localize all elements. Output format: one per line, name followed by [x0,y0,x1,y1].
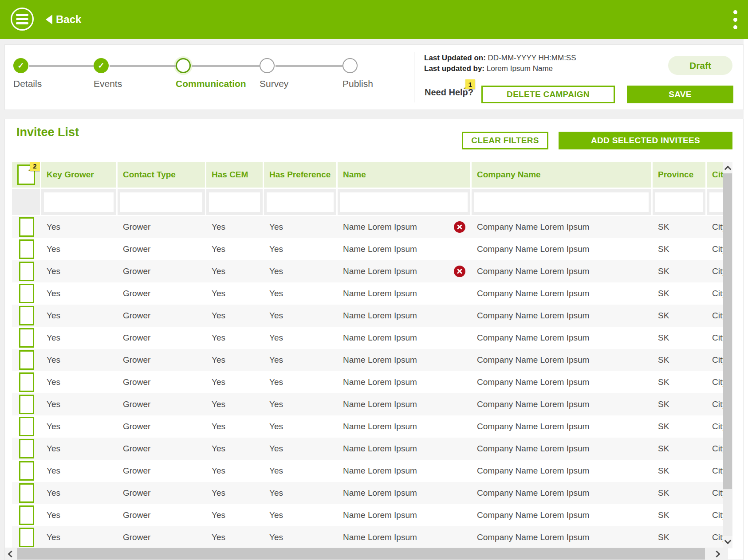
cell-contact-type: Grower [118,327,206,349]
cell-name: Name Lorem Ipsum [338,482,472,504]
cell-company-name: Company Name Lorem Ipsum [472,371,653,393]
row-checkbox[interactable] [19,217,34,237]
row-checkbox[interactable] [19,328,34,348]
stepper-connector [29,65,94,67]
hamburger-menu-button[interactable] [11,8,34,31]
cell-province: SK [653,349,707,371]
row-checkbox[interactable] [19,306,34,325]
column-header-has-cem[interactable]: Has CEM [206,162,264,188]
row-checkbox[interactable] [19,239,34,259]
column-header-province[interactable]: Province [653,162,707,188]
delete-campaign-button[interactable]: DELETE CAMPAIGN [481,86,615,103]
row-checkbox-cell [12,305,41,327]
cell-has-cem: Yes [206,526,264,548]
row-checkbox-cell [12,371,41,393]
status-badge: Draft [668,56,732,75]
column-header-key-grower[interactable]: Key Grower [41,162,118,188]
column-header-company-name[interactable]: Company Name [472,162,653,188]
row-checkbox[interactable] [19,372,34,392]
cell-has-cem: Yes [206,305,264,327]
row-checkbox[interactable] [19,284,34,303]
clear-filters-button[interactable]: CLEAR FILTERS [462,132,548,149]
stepper-connector [276,65,343,67]
row-checkbox[interactable] [19,505,34,525]
row-checkbox-cell [12,260,41,282]
table-row: Yes Grower Yes Yes Name Lorem Ipsum Comp… [12,393,732,415]
remove-invitee-icon[interactable] [454,221,465,233]
invitee-name: Name Lorem Ipsum [343,305,417,327]
cell-key-grower: Yes [41,216,118,238]
invitee-name: Name Lorem Ipsum [343,393,417,415]
stepper-step[interactable]: Details [13,58,28,73]
remove-invitee-icon[interactable] [454,266,465,277]
kebab-menu-button[interactable] [728,0,742,39]
filter-input-key-grower[interactable] [44,192,114,212]
filter-input-name[interactable] [340,192,468,212]
cell-province: SK [653,327,707,349]
cell-province: SK [653,482,707,504]
vertical-scrollbar-thumb[interactable] [723,173,732,489]
scroll-right-button[interactable] [710,548,723,560]
cell-contact-type: Grower [118,371,206,393]
cell-contact-type: Grower [118,482,206,504]
stepper-step[interactable]: Communication [176,58,191,73]
cell-company-name: Company Name Lorem Ipsum [472,393,653,415]
save-button[interactable]: SAVE [627,86,733,103]
row-checkbox[interactable] [19,483,34,503]
filter-input-has-preference[interactable] [267,192,334,212]
vertical-scrollbar[interactable] [723,162,732,548]
row-checkbox-cell [12,349,41,371]
cell-has-preference: Yes [264,371,338,393]
step-label: Survey [260,78,288,89]
invitee-name: Name Lorem Ipsum [343,327,417,349]
scroll-left-button[interactable] [5,548,17,560]
app-header-bar: Back [0,0,748,39]
cell-has-preference: Yes [264,216,338,238]
invitee-name: Name Lorem Ipsum [343,526,417,548]
select-all-checkbox[interactable]: 2 [17,164,35,185]
horizontal-scrollbar-thumb[interactable] [17,548,705,560]
back-label: Back [56,13,81,26]
stepper-connector [110,65,176,67]
back-button[interactable]: Back [46,0,81,39]
table-row: Yes Grower Yes Yes Name Lorem Ipsum Comp… [12,438,732,460]
table-row: Yes Grower Yes Yes Name Lorem Ipsum Comp… [12,526,732,548]
cell-company-name: Company Name Lorem Ipsum [472,238,653,260]
row-checkbox[interactable] [19,439,34,458]
add-selected-invitees-button[interactable]: ADD SELECTED INVITEES [559,132,732,149]
cell-has-preference: Yes [264,393,338,415]
stepper-step[interactable]: Events [94,58,109,73]
cell-name: Name Lorem Ipsum [338,415,472,438]
scroll-up-button[interactable] [723,162,732,173]
row-checkbox-cell [12,438,41,460]
table-row: Yes Grower Yes Yes Name Lorem Ipsum Comp… [12,504,732,526]
cell-province: SK [653,371,707,393]
cell-has-cem: Yes [206,327,264,349]
horizontal-scrollbar[interactable] [5,548,728,560]
filter-input-has-cem[interactable] [209,192,260,212]
row-checkbox[interactable] [19,461,34,481]
column-header-name[interactable]: Name [338,162,472,188]
campaign-communication-page: Back Details Events [0,0,748,560]
filter-input-contact-type[interactable] [120,192,202,212]
row-checkbox[interactable] [19,262,34,281]
cell-company-name: Company Name Lorem Ipsum [472,305,653,327]
row-checkbox[interactable] [19,528,34,547]
filter-input-company-name[interactable] [474,192,649,212]
kebab-dots-icon [733,10,737,14]
filter-input-province[interactable] [655,192,703,212]
column-header-has-preference[interactable]: Has Preference [264,162,338,188]
stepper-step[interactable]: Survey [260,58,275,73]
table-row: Yes Grower Yes Yes Name Lorem Ipsum Comp… [12,282,732,305]
row-checkbox[interactable] [19,417,34,436]
cell-company-name: Company Name Lorem Ipsum [472,327,653,349]
step-label: Publish [343,78,373,89]
step-circle-icon [260,58,275,73]
filter-cell-empty [12,189,41,215]
stepper-step[interactable]: Publish [343,58,358,73]
scroll-down-button[interactable] [723,536,732,548]
row-checkbox[interactable] [19,350,34,370]
row-checkbox[interactable] [19,395,34,414]
cell-has-preference: Yes [264,327,338,349]
column-header-contact-type[interactable]: Contact Type [118,162,206,188]
